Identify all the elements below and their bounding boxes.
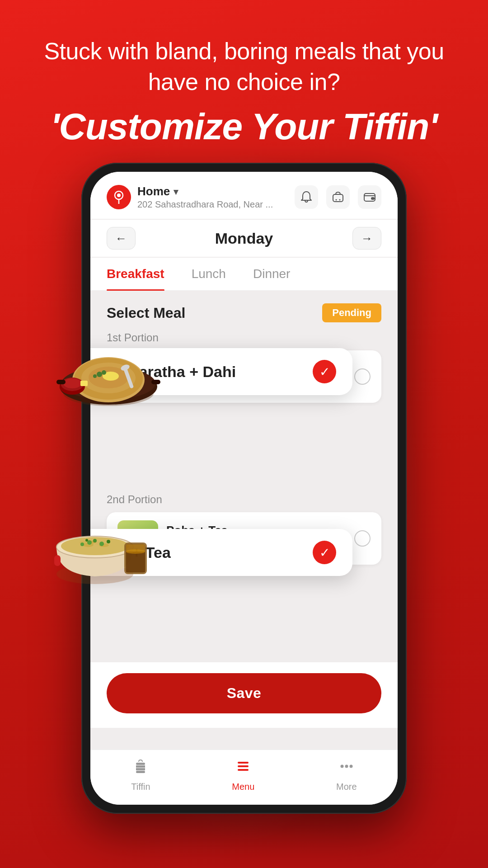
svg-rect-47 (371, 197, 375, 200)
radio-unselected-3[interactable] (354, 530, 371, 547)
tab-breakfast[interactable]: Breakfast (107, 258, 164, 290)
nav-item-menu[interactable]: Menu (232, 758, 254, 792)
phone-frame: Home ▾ 202 Sahastradhara Road, Near ... (81, 163, 407, 814)
svg-rect-39 (126, 552, 145, 572)
hero-section: Stuck with bland, boring meals that you … (0, 0, 488, 160)
svg-rect-63 (136, 771, 145, 773)
tab-lunch[interactable]: Lunch (192, 258, 226, 290)
svg-point-33 (85, 539, 88, 542)
svg-rect-65 (238, 765, 249, 767)
chevron-down-icon: ▾ (174, 186, 178, 197)
svg-point-31 (80, 542, 84, 546)
radio-unselected-1[interactable] (354, 368, 371, 385)
svg-point-30 (93, 539, 97, 542)
svg-rect-60 (136, 763, 145, 765)
hero-title: 'Customize Your Tiffin' (36, 106, 452, 147)
bottom-navigation: Tiffin Menu (90, 750, 398, 805)
app-header: Home ▾ 202 Sahastradhara Road, Near ... (90, 172, 398, 219)
svg-rect-14 (151, 380, 160, 384)
tiffin-nav-label: Tiffin (131, 782, 150, 792)
svg-point-69 (349, 765, 352, 768)
cart-button[interactable] (326, 185, 350, 209)
next-day-button[interactable]: → (352, 227, 381, 250)
svg-point-42 (117, 193, 121, 197)
location-info: Home ▾ 202 Sahastradhara Road, Near ... (137, 184, 273, 210)
current-day: Monday (215, 230, 273, 247)
menu-nav-label: Menu (232, 782, 254, 792)
svg-rect-15 (56, 380, 66, 384)
checkmark-selected-2[interactable]: ✓ (313, 541, 336, 564)
day-navigation: ← Monday → (90, 220, 398, 257)
svg-point-9 (102, 370, 106, 375)
hero-subtitle: Stuck with bland, boring meals that you … (36, 36, 452, 97)
svg-rect-19 (80, 381, 88, 386)
nav-item-tiffin[interactable]: Tiffin (131, 758, 150, 792)
svg-point-68 (345, 765, 348, 768)
svg-point-10 (93, 374, 97, 378)
checkmark-selected-1[interactable]: ✓ (313, 360, 336, 383)
meal-tabs: Breakfast Lunch Dinner (90, 258, 398, 291)
svg-rect-35 (54, 555, 61, 566)
svg-rect-66 (238, 769, 249, 771)
svg-rect-64 (238, 762, 249, 764)
phone-mockup: Home ▾ 202 Sahastradhara Road, Near ... (81, 163, 407, 832)
svg-point-45 (339, 199, 341, 201)
svg-point-67 (340, 765, 343, 768)
tiffin-nav-icon (132, 758, 149, 778)
save-button[interactable]: Save (107, 673, 381, 713)
location-pin-icon (107, 185, 131, 209)
more-nav-icon (338, 758, 355, 778)
svg-point-29 (99, 542, 104, 546)
menu-nav-icon (235, 758, 251, 778)
svg-point-32 (107, 540, 110, 543)
more-nav-label: More (336, 782, 357, 792)
svg-rect-61 (136, 765, 145, 768)
location-label[interactable]: Home ▾ (137, 184, 273, 198)
svg-point-8 (97, 372, 102, 377)
save-section: Save (90, 662, 398, 728)
food-image-aloo-paratha (50, 316, 167, 416)
status-badge: Pending (322, 303, 381, 322)
svg-point-44 (336, 199, 337, 201)
svg-rect-43 (333, 194, 343, 202)
nav-item-more[interactable]: More (336, 758, 357, 792)
svg-point-40 (126, 549, 145, 554)
tab-dinner[interactable]: Dinner (253, 258, 290, 290)
notification-button[interactable] (295, 185, 318, 209)
food-image-poha (50, 497, 158, 588)
header-icons (295, 185, 381, 209)
location-address: 202 Sahastradhara Road, Near ... (137, 199, 273, 210)
prev-day-button[interactable]: ← (107, 227, 136, 250)
phone-screen: Home ▾ 202 Sahastradhara Road, Near ... (90, 172, 398, 805)
wallet-button[interactable] (358, 185, 381, 209)
svg-rect-62 (136, 768, 145, 770)
location-area[interactable]: Home ▾ 202 Sahastradhara Road, Near ... (107, 184, 273, 210)
svg-point-13 (63, 378, 81, 388)
